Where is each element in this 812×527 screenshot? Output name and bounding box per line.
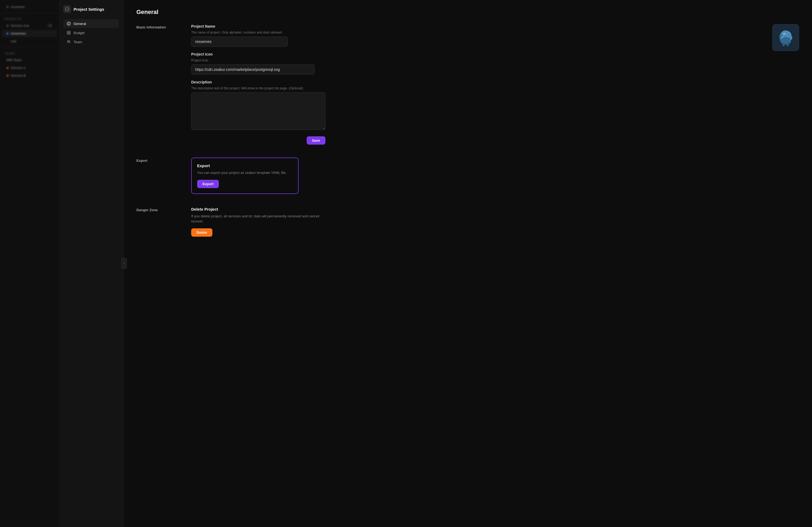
label-1: Service one (11, 24, 29, 28)
svg-point-8 (68, 41, 69, 42)
description-group: Description The description text of this… (191, 80, 766, 130)
project-name-group: Project Name The name of project. Only a… (191, 24, 766, 47)
label-team: 888 Team (6, 58, 22, 62)
project-icon-preview (772, 24, 799, 51)
label-2: ressemes (11, 31, 26, 35)
danger-zone-label: Danger Zone (136, 207, 185, 212)
settings-panel-icon (63, 5, 71, 13)
export-card: Export You can export your project as ze… (191, 157, 299, 194)
export-button[interactable]: Export (197, 180, 219, 188)
collapse-arrow[interactable]: ‹ (121, 258, 127, 269)
main-content: General Basic Information Project Name T… (124, 0, 812, 527)
svg-point-3 (69, 22, 69, 23)
description-label: Description (191, 80, 766, 84)
nav-budget[interactable]: Budget (63, 28, 119, 37)
sidebar-item-4[interactable]: Service B (2, 72, 57, 79)
svg-rect-5 (69, 31, 70, 32)
settings-panel: Project Settings General Budget (59, 0, 124, 527)
nav-general-label: General (74, 22, 86, 26)
project-name-desc: The name of project. Only alphabet, numb… (191, 30, 766, 35)
sidebar-item-team[interactable]: 888 Team (2, 56, 57, 64)
elephant-svg (775, 27, 796, 48)
team-icon (67, 40, 71, 44)
dot-1 (6, 25, 9, 27)
info-icon (67, 21, 71, 26)
sidebar: ressemes Projects Service one 3 ressemes… (0, 0, 59, 527)
delete-project-title: Delete Project (191, 207, 799, 211)
nav-general[interactable]: General (63, 19, 119, 28)
sidebar-item-1[interactable]: Service one 3 (2, 22, 57, 29)
label-4: Service B (11, 74, 26, 77)
badge-1: 3 (47, 24, 52, 27)
project-icon-group: Project Icon Project Icon (191, 52, 766, 75)
delete-project-desc: If you delete project, all services and … (191, 214, 320, 224)
sidebar-top-label: ressemes (11, 5, 25, 9)
nav-team-label: Team (74, 40, 82, 44)
svg-rect-17 (782, 42, 785, 46)
svg-rect-7 (69, 33, 70, 34)
sidebar-divider-1 (0, 13, 59, 13)
sidebar-top: ressemes (2, 3, 57, 11)
nav-budget-label: Budget (74, 31, 85, 35)
project-icon-label: Project Icon (191, 52, 766, 56)
save-button[interactable]: Save (307, 136, 325, 145)
svg-rect-6 (67, 33, 69, 34)
sidebar-item-2[interactable]: ressemes (2, 30, 57, 37)
svg-rect-4 (67, 31, 69, 32)
export-card-desc: You can export your project as zeabur te… (197, 170, 293, 176)
sidebar-item-3[interactable]: Service A (2, 64, 57, 71)
danger-content: Delete Project If you delete project, al… (191, 207, 799, 237)
dot-2 (6, 32, 9, 35)
dot-4 (6, 75, 9, 77)
budget-icon (67, 31, 71, 35)
description-textarea[interactable] (191, 92, 325, 130)
page-title: General (136, 9, 799, 16)
basic-info-content: Project Name The name of project. Only a… (191, 24, 799, 145)
sidebar-item-sub[interactable]: sub (2, 37, 57, 45)
svg-point-16 (780, 37, 791, 45)
danger-zone-section: Danger Zone Delete Project If you delete… (136, 207, 799, 237)
sidebar-dot (6, 6, 9, 8)
project-name-input[interactable] (191, 36, 288, 47)
project-icon-sublabel: Project Icon (191, 58, 766, 63)
label-3: Service A (11, 66, 26, 70)
sidebar-section-2: Teams (0, 50, 59, 56)
dot-3 (6, 67, 9, 69)
sidebar-section-1: Projects (0, 15, 59, 22)
nav-team[interactable]: Team (63, 37, 119, 46)
delete-button[interactable]: Delete (191, 228, 213, 237)
svg-point-15 (787, 33, 790, 37)
svg-point-0 (66, 7, 69, 11)
project-icon-input[interactable] (191, 64, 315, 75)
svg-point-13 (784, 33, 785, 34)
basic-information-section: Basic Information Project Name The name … (136, 24, 799, 145)
svg-point-9 (69, 41, 70, 42)
settings-panel-title: Project Settings (74, 7, 104, 12)
label-sub: sub (11, 39, 16, 43)
description-desc: The description text of this project. Wi… (191, 86, 766, 91)
svg-rect-18 (787, 42, 789, 46)
project-name-label: Project Name (191, 24, 766, 28)
settings-panel-header: Project Settings (63, 5, 119, 13)
export-card-title: Export (197, 163, 293, 168)
basic-info-label: Basic Information (136, 24, 185, 29)
export-label: Export (136, 157, 185, 163)
export-section: Export Export You can export your projec… (136, 157, 799, 194)
basic-info-form: Project Name The name of project. Only a… (191, 24, 766, 145)
